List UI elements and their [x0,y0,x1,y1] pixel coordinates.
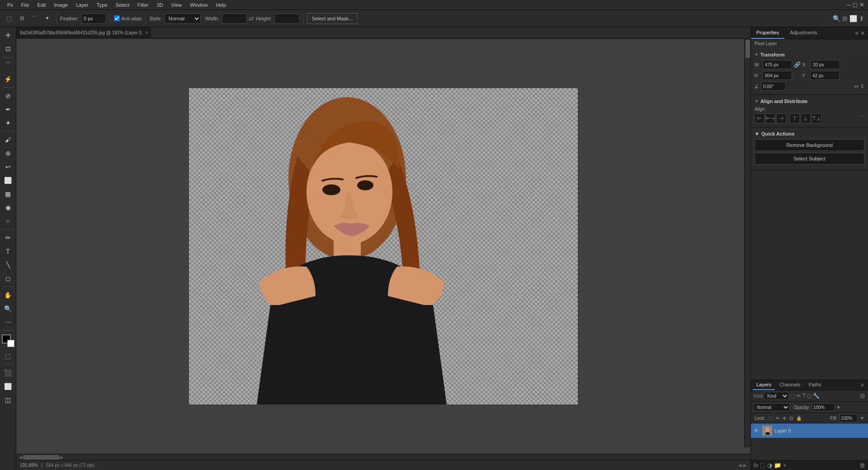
add-group-btn[interactable]: 📁 [774,462,781,469]
align-right-btn[interactable]: ⊣ [776,113,786,123]
lock-all-btn[interactable]: 🔒 [795,416,802,421]
feather-input[interactable] [81,14,106,24]
hand-tool[interactable]: ✋ [2,289,14,301]
share-icon[interactable]: ⬆ [859,15,864,22]
align-top-btn[interactable]: ⊤ [790,113,800,123]
zoom-tool[interactable]: 🔍 [2,302,14,315]
select-subject-btn[interactable]: Select Subject [755,153,864,164]
shape-tool[interactable]: ◻ [2,272,14,285]
lock-pixel-btn[interactable]: ⬚ [768,416,774,421]
menu-filter[interactable]: Filter [134,1,152,9]
move-tool[interactable]: ✛ [2,29,14,42]
v-scrollbar-thumb[interactable] [745,40,750,58]
kind-filter-select[interactable]: Kind [764,392,789,400]
align-center-h-btn[interactable]: ⊢⊣ [765,113,775,123]
more-align-btn[interactable]: ⋯ [859,113,864,123]
gradient-tool[interactable]: ▦ [2,188,14,200]
blur-tool[interactable]: ◉ [2,201,14,214]
fill-input[interactable] [840,414,858,422]
close-btn[interactable]: ✕ [859,1,864,8]
zoom-icon[interactable]: ⬜ [849,15,857,22]
angle-input[interactable] [761,82,786,91]
swap-icon[interactable]: ⇄ [249,15,254,22]
filter-brush-icon[interactable]: ✏ [797,393,801,399]
tab-properties[interactable]: Properties [751,27,784,39]
menu-window[interactable]: Window [186,1,211,9]
align-left-btn[interactable]: ⊢ [755,113,764,123]
pen-tool[interactable]: ✏ [2,231,14,244]
flip-v-icon[interactable]: ⇕ [860,83,864,89]
opacity-input[interactable] [812,403,835,411]
quick-actions-header[interactable]: ▼ Quick Actions [755,131,864,136]
align-distribute-header[interactable]: ▼ Align and Distribute [755,99,864,104]
canvas-scroll-area[interactable] [16,39,750,454]
color-picker[interactable] [2,334,14,347]
menu-type[interactable]: Type [93,1,111,9]
add-fx-btn[interactable]: fx [754,462,758,469]
layer-visibility-btn[interactable]: 👁 [754,428,760,434]
crop-tool[interactable]: ⊘ [2,89,14,102]
eraser-tool[interactable]: ⬜ [2,174,14,187]
maximize-btn[interactable]: ◻ [853,1,858,8]
opacity-arrow[interactable]: ▼ [836,405,841,410]
arrange-icon[interactable]: ⊞ [842,15,848,22]
panel-menu-icon[interactable]: ≡ [855,30,859,37]
canvas-background[interactable] [189,88,578,404]
artboard-tool[interactable]: ◫ [2,394,14,406]
menu-select[interactable]: Select [112,1,133,9]
lock-artboard-btn[interactable]: ⊡ [788,416,794,421]
menu-edit[interactable]: Edit [34,1,50,9]
menu-ps[interactable]: Ps [4,1,17,9]
lock-position-btn[interactable]: ✛ [782,416,787,421]
panel-close-icon[interactable]: ✕ [860,30,865,37]
filter-pixel-icon[interactable]: ⬚ [790,393,795,399]
selection-tool[interactable]: ⊡ [2,42,14,55]
path-select-tool[interactable]: ╲ [2,258,14,271]
minimize-btn[interactable]: ─ [847,1,851,8]
tab-channels[interactable]: Channels [776,380,804,390]
scroll-arrows[interactable]: ◀ ▶ [738,463,747,468]
search-icon[interactable]: 🔍 [833,15,840,22]
tab-adjustments[interactable]: Adjustments [784,27,823,39]
align-bottom-btn[interactable]: ⊤⊥ [811,113,821,123]
menu-image[interactable]: Image [51,1,72,9]
add-adjustment-btn[interactable]: ◑ [767,462,772,469]
tab-close-btn[interactable]: × [145,30,148,35]
horizontal-scrollbar[interactable]: ◀ ▶ [16,454,750,460]
background-color[interactable] [7,340,14,347]
blend-mode-select[interactable]: Normal Dissolve Multiply [754,403,790,411]
dodge-tool[interactable]: ○ [2,215,14,227]
align-center-v-btn[interactable]: ⊥ [801,113,811,123]
add-layer-btn[interactable]: + [783,462,787,469]
more-tools[interactable]: ⋯ [2,316,14,329]
menu-layer[interactable]: Layer [72,1,92,9]
filter-toggle-btn[interactable]: ⊘ [860,392,865,400]
w-input[interactable] [763,60,792,69]
flip-h-icon[interactable]: ⇔ [854,83,859,89]
tab-paths[interactable]: Paths [805,380,825,390]
add-mask-btn[interactable]: ⬚ [760,462,765,469]
quick-mask-btn[interactable]: ⬚ [2,350,14,362]
heal-tool[interactable]: ✦ [2,117,14,129]
remove-background-btn[interactable]: Remove Background [755,139,864,151]
marquee2-tool-btn[interactable]: ⊡ [16,13,27,24]
y-input[interactable] [810,71,840,80]
height-input[interactable] [274,14,299,24]
select-mask-button[interactable]: Select and Mask... [307,13,358,24]
marquee-tool-btn[interactable]: ⬚ [4,13,14,24]
history-tool[interactable]: ↩ [2,160,14,173]
transform-header[interactable]: ▼ Transform [755,52,864,57]
h-scrollbar-thumb[interactable] [23,455,59,460]
filter-smart-icon[interactable]: 🔧 [813,393,820,399]
brush-tool[interactable]: 🖌 [2,133,14,146]
width-input[interactable] [222,14,247,24]
x-input[interactable] [811,60,840,69]
anti-alias-label[interactable]: Anti-alias [114,15,142,21]
lasso-tool[interactable]: ⌒ [2,59,14,72]
delete-layer-btn[interactable]: 🗑 [859,462,865,469]
h-input[interactable] [763,71,792,80]
filter-text-icon[interactable]: T [802,393,806,399]
menu-3d[interactable]: 3D [153,1,167,9]
vertical-scrollbar[interactable] [744,39,750,447]
magic-wand-btn[interactable]: ✦ [42,13,52,24]
